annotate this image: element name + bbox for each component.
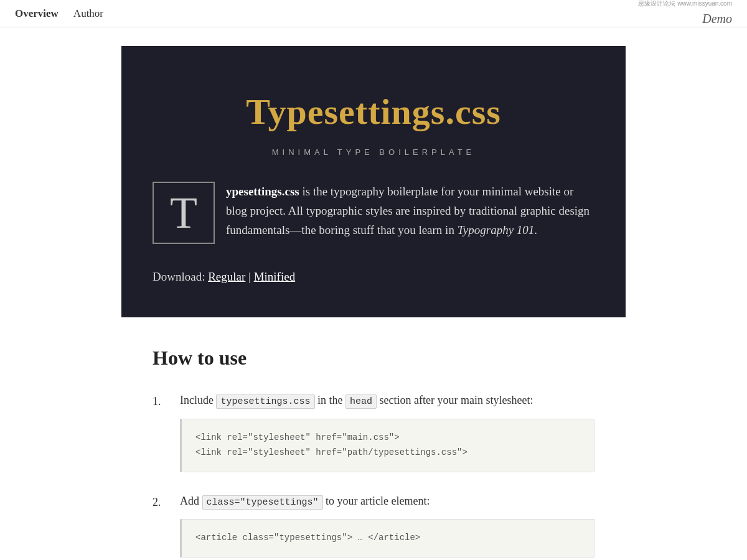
- step1-code-block: <link rel="stylesheet" href="main.css"> …: [180, 419, 594, 472]
- hero-intro-text: ypesettings.css is the typography boiler…: [226, 182, 594, 240]
- nav-overview[interactable]: Overview: [15, 5, 59, 22]
- step2-text-after: to your article element:: [326, 495, 430, 507]
- main-content: How to use 1. Include typesettings.css i…: [121, 317, 626, 560]
- step2-text-before: Add: [180, 495, 199, 507]
- hero-download-regular[interactable]: Regular: [208, 270, 245, 283]
- hero-intro-end: .: [534, 223, 537, 236]
- drop-cap-letter: T: [170, 190, 197, 235]
- step-list: 1. Include typesettings.css in the head …: [153, 391, 594, 558]
- step-text-1: Include typesettings.css in the head sec…: [180, 391, 594, 410]
- step-text-2: Add class="typesettings" to your article…: [180, 492, 594, 511]
- hero-section: Typesettings.css MINIMAL TYPE BOILERPLAT…: [121, 46, 626, 317]
- step-item-2: 2. Add class="typesettings" to your arti…: [153, 492, 594, 558]
- navbar: Overview Author 思缘设计论坛 www.missyuan.com …: [0, 0, 747, 27]
- how-to-use-title: How to use: [153, 342, 594, 374]
- nav-demo-big-text: Demo: [702, 9, 732, 29]
- step-content-2: Add class="typesettings" to your article…: [180, 492, 594, 558]
- hero-title: Typesettings.css: [153, 83, 594, 141]
- hero-intro-italic: Typography 101: [458, 223, 535, 236]
- hero-subtitle: MINIMAL TYPE BOILERPLATE: [153, 146, 594, 159]
- step-content-1: Include typesettings.css in the head sec…: [180, 391, 594, 472]
- step1-code1: typesettings.css: [216, 394, 314, 409]
- hero-body: T ypesettings.css is the typography boil…: [153, 182, 594, 250]
- step2-code1: class="typesettings": [202, 495, 323, 510]
- nav-links: Overview Author: [15, 5, 103, 22]
- step-item-1: 1. Include typesettings.css in the head …: [153, 391, 594, 472]
- hero-intro-bold: ypesettings.css: [226, 185, 299, 198]
- nav-demo-area: 思缘设计论坛 www.missyuan.com Demo: [638, 0, 732, 29]
- hero-download: Download: Regular | Minified: [153, 268, 594, 286]
- drop-cap-box: T: [153, 182, 215, 244]
- nav-author[interactable]: Author: [73, 5, 103, 22]
- hero-download-label: Download:: [153, 270, 205, 283]
- step2-code-block: <article class="typesettings"> … </artic…: [180, 519, 594, 558]
- step1-text-middle: in the: [317, 394, 343, 406]
- step1-text-after: section after your main stylesheet:: [380, 394, 533, 406]
- hero-download-minified[interactable]: Minified: [254, 270, 296, 283]
- step1-text-before: Include: [180, 394, 214, 406]
- nav-demo-small-text: 思缘设计论坛 www.missyuan.com: [638, 0, 732, 9]
- step1-code2: head: [345, 394, 377, 409]
- hero-download-separator: |: [248, 270, 254, 283]
- step-number-1: 1.: [153, 391, 170, 411]
- step-number-2: 2.: [153, 492, 170, 511]
